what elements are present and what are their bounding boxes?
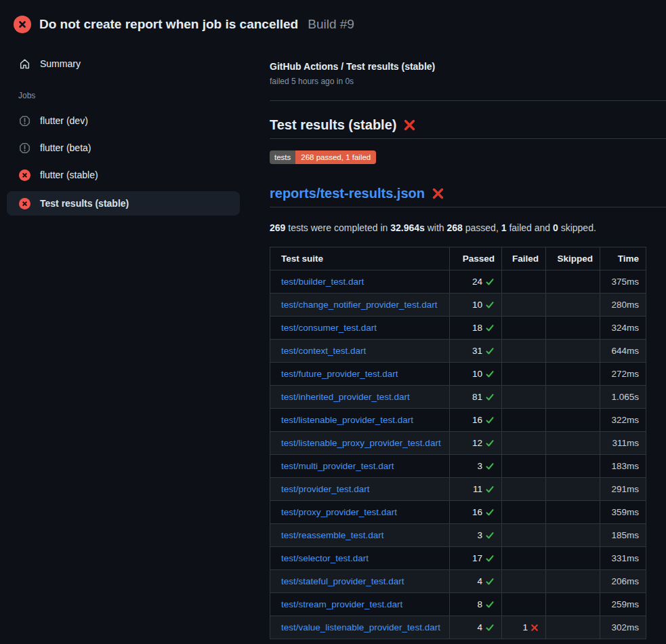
- suite-cell: test/selector_test.dart: [270, 547, 450, 570]
- skipped-cell: [546, 363, 600, 386]
- green-check-icon: [485, 600, 495, 609]
- green-check-icon: [485, 623, 495, 632]
- failed-circle-x-icon: [19, 169, 30, 181]
- passed-cell: 10: [450, 363, 502, 386]
- sidebar: Summary Jobs flutter (dev)flutter (beta)…: [0, 38, 245, 224]
- table-row: test/proxy_provider_test.dart16359ms: [270, 501, 646, 524]
- column-header-time: Time: [600, 247, 646, 270]
- green-check-icon: [485, 508, 495, 517]
- suite-link[interactable]: test/stream_provider_test.dart: [281, 599, 402, 609]
- skipped-cell: [546, 593, 600, 616]
- sidebar-item-label: flutter (stable): [40, 169, 98, 180]
- summary-segment: 0: [553, 222, 558, 233]
- table-row: test/stateful_provider_test.dart4206ms: [270, 570, 646, 593]
- time-cell: 324ms: [600, 317, 646, 340]
- table-header-row: Test suitePassedFailedSkippedTime: [270, 247, 646, 270]
- passed-cell: 16: [450, 501, 502, 524]
- suite-link[interactable]: test/selector_test.dart: [281, 553, 369, 563]
- green-check-icon: [485, 323, 495, 333]
- skipped-cell: [546, 317, 600, 340]
- skipped-cell: [546, 340, 600, 363]
- summary-segment: 32.964s: [390, 222, 425, 233]
- sidebar-item-label: flutter (dev): [40, 115, 88, 126]
- skipped-cell: [546, 455, 600, 478]
- time-cell: 272ms: [600, 363, 646, 386]
- suite-link[interactable]: test/change_notifier_provider_test.dart: [281, 300, 437, 310]
- suite-cell: test/builder_test.dart: [270, 270, 450, 294]
- suite-link[interactable]: test/inherited_provider_test.dart: [281, 392, 410, 402]
- test-results-table: Test suitePassedFailedSkippedTime test/b…: [270, 247, 646, 639]
- time-cell: 322ms: [600, 409, 646, 432]
- passed-cell: 10: [450, 294, 502, 317]
- table-row: test/inherited_provider_test.dart811.065…: [270, 386, 646, 409]
- suite-link[interactable]: test/context_test.dart: [281, 346, 366, 356]
- sidebar-item-label: Test results (stable): [40, 198, 129, 209]
- suite-link[interactable]: test/consumer_test.dart: [281, 323, 377, 333]
- sidebar-item-summary[interactable]: Summary: [7, 54, 245, 73]
- suite-cell: test/listenable_proxy_provider_test.dart: [270, 432, 450, 455]
- table-row: test/change_notifier_provider_test.dart1…: [270, 294, 646, 317]
- run-status-text: failed 5 hours ago in 0s: [270, 76, 666, 87]
- green-check-icon: [485, 554, 495, 563]
- passed-cell: 16: [450, 409, 502, 432]
- skipped-cell: [546, 294, 600, 317]
- red-cross-icon: [530, 624, 539, 632]
- time-cell: 185ms: [600, 524, 646, 547]
- green-check-icon: [485, 531, 495, 540]
- column-header-test-suite: Test suite: [270, 247, 450, 270]
- breadcrumb: GitHub Actions / Test results (stable): [270, 60, 666, 73]
- sidebar-item-flutter-dev-[interactable]: flutter (dev): [7, 111, 245, 130]
- suite-link[interactable]: test/proxy_provider_test.dart: [281, 507, 397, 517]
- sidebar-item-flutter-stable-[interactable]: flutter (stable): [7, 165, 245, 184]
- green-check-icon: [485, 300, 495, 310]
- suite-link[interactable]: test/listenable_proxy_provider_test.dart: [281, 438, 441, 448]
- table-row: test/reassemble_test.dart3185ms: [270, 524, 646, 547]
- suite-cell: test/value_listenable_provider_test.dart: [270, 616, 450, 639]
- section-title: Test results (stable): [270, 117, 396, 133]
- time-cell: 375ms: [600, 270, 646, 294]
- skipped-cell: [546, 478, 600, 501]
- sidebar-item-label: flutter (beta): [40, 142, 91, 153]
- column-header-failed: Failed: [502, 247, 546, 270]
- table-row: test/consumer_test.dart18324ms: [270, 317, 646, 340]
- failed-cell: [502, 524, 546, 547]
- table-row: test/future_provider_test.dart10272ms: [270, 363, 646, 386]
- suite-link[interactable]: test/builder_test.dart: [281, 277, 364, 287]
- summary-segment: 268: [447, 222, 463, 233]
- suite-link[interactable]: test/provider_test.dart: [281, 484, 370, 494]
- suite-link[interactable]: test/value_listenable_provider_test.dart: [281, 622, 440, 632]
- suite-link[interactable]: test/stateful_provider_test.dart: [281, 576, 404, 586]
- suite-cell: test/stateful_provider_test.dart: [270, 570, 450, 593]
- time-cell: 302ms: [600, 616, 646, 639]
- column-header-skipped: Skipped: [546, 247, 600, 270]
- test-summary-sentence: 269 tests were completed in 32.964s with…: [270, 222, 666, 234]
- table-row: test/multi_provider_test.dart3183ms: [270, 455, 646, 478]
- sidebar-item-test-results-stable-[interactable]: Test results (stable): [7, 191, 240, 216]
- failed-cell: [502, 501, 546, 524]
- failed-cell: [502, 340, 546, 363]
- suite-link[interactable]: test/listenable_provider_test.dart: [281, 415, 413, 425]
- suite-cell: test/change_notifier_provider_test.dart: [270, 294, 450, 317]
- table-row: test/value_listenable_provider_test.dart…: [270, 616, 646, 639]
- suite-link[interactable]: test/multi_provider_test.dart: [281, 461, 394, 471]
- passed-cell: 3: [450, 455, 502, 478]
- passed-cell: 31: [450, 340, 502, 363]
- run-title: Do not create report when job is cancell…: [39, 17, 298, 32]
- passed-cell: 4: [450, 570, 502, 593]
- time-cell: 331ms: [600, 547, 646, 570]
- summary-segment: tests were completed in: [285, 222, 390, 233]
- skipped-cell: [546, 501, 600, 524]
- summary-segment: with: [425, 222, 447, 233]
- failed-cell: [502, 570, 546, 593]
- sidebar-jobs-list: flutter (dev)flutter (beta)flutter (stab…: [7, 111, 245, 216]
- suite-link[interactable]: test/future_provider_test.dart: [281, 369, 398, 379]
- time-cell: 291ms: [600, 478, 646, 501]
- suite-cell: test/consumer_test.dart: [270, 317, 450, 340]
- green-check-icon: [485, 346, 495, 356]
- sidebar-item-flutter-beta-[interactable]: flutter (beta): [7, 138, 245, 157]
- table-row: test/selector_test.dart17331ms: [270, 547, 646, 570]
- failed-cell: [502, 593, 546, 616]
- failed-cell: [502, 547, 546, 570]
- report-file-link[interactable]: reports/test-results.json: [270, 185, 425, 201]
- suite-link[interactable]: test/reassemble_test.dart: [281, 530, 384, 540]
